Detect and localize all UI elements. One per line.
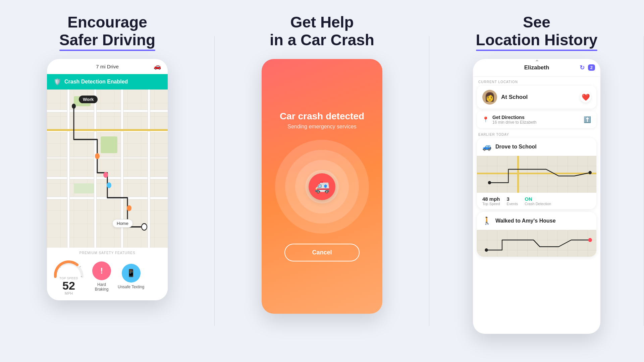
walked-to-amys-label: Walked to Amy's House — [495, 218, 556, 224]
panel3-title: See Location History — [476, 13, 598, 49]
crash-detection-bar: 🛡️ Crash Detection Enabled — [47, 74, 168, 89]
crash-subtitle: Sending emergency services — [280, 124, 364, 130]
hard-braking-label: HardBraking — [95, 282, 109, 292]
svg-point-15 — [589, 171, 592, 174]
earlier-today-label: EARLIER TODAY — [473, 131, 600, 138]
map-area: Work Home — [47, 89, 168, 248]
chevron-up-icon: ⌃ — [535, 59, 539, 65]
panel-location-history: See Location History ⌃ Elizabeth ↻ 2 CUR… — [429, 0, 644, 362]
svg-point-1 — [95, 153, 100, 159]
drove-to-school-card[interactable]: 🚙 Drove to School 48 mph Top Spee — [477, 138, 596, 209]
shield-icon: 🛡️ — [54, 78, 61, 85]
car-icon: 🚗 — [154, 63, 161, 70]
panel2-title: Get Help in a Car Crash — [270, 13, 374, 49]
crash-detected-title: Car crash detected — [280, 111, 364, 122]
svg-point-16 — [485, 248, 488, 252]
at-school-label: At School — [501, 94, 576, 101]
panel-safer-driving: Encourage Safer Driving 7 mi Drive 🚗 🛡️ … — [0, 0, 215, 362]
crash-text: Car crash detected Sending emergency ser… — [280, 111, 364, 130]
walk-activity-icon: 🚶 — [482, 217, 491, 225]
panel-car-crash: Get Help in a Car Crash Car crash detect… — [215, 0, 429, 362]
phone-mockup-3: ⌃ Elizabeth ↻ 2 CURRENT LOCATION 👩 At Sc… — [473, 59, 600, 334]
phone-mockup-2: Car crash detected Sending emergency ser… — [262, 59, 382, 314]
hard-braking-stat: ! HardBraking — [92, 261, 111, 292]
svg-point-0 — [72, 104, 76, 109]
speedometer-arc — [52, 258, 86, 278]
crash-detection-stat: ON — [525, 196, 551, 202]
events-stat: 3 — [507, 196, 518, 202]
phone-mockup-1: 7 mi Drive 🚗 🛡️ Crash Detection Enabled — [47, 59, 168, 300]
notification-badge[interactable]: 2 — [588, 64, 595, 71]
drive-label: 7 mi Drive — [96, 64, 119, 69]
get-directions-card[interactable]: 📍 Get Directions 16 min drive to Elizabe… — [477, 111, 596, 128]
svg-point-2 — [103, 172, 108, 178]
person-avatar: 👩 — [482, 90, 497, 105]
share-icon[interactable]: ⬆️ — [584, 116, 591, 123]
speed-value: 52 — [59, 280, 78, 291]
drive-stats: 48 mph Top Speed 3 Events ON Crash Detec… — [477, 193, 596, 209]
walk-map — [477, 230, 596, 257]
hard-braking-icon: ! — [92, 261, 111, 280]
cancel-button[interactable]: Cancel — [284, 244, 359, 261]
panel1-title: Encourage Safer Driving — [59, 13, 155, 49]
car-activity-icon: 🚙 — [482, 142, 491, 151]
refresh-icon[interactable]: ↻ — [580, 64, 585, 71]
at-school-card[interactable]: 👩 At School ❤️ — [477, 86, 596, 109]
ambulance-icon: 🚑 — [309, 173, 335, 200]
svg-point-5 — [142, 224, 147, 230]
premium-label: PREMIUM SAFETY FEATURES — [52, 251, 163, 255]
drive-header: 7 mi Drive 🚗 — [47, 59, 168, 74]
unsafe-texting-icon: 📱 — [122, 264, 141, 283]
radar-animation: 🚑 — [275, 140, 369, 234]
current-location-label: CURRENT LOCATION — [473, 77, 600, 86]
drove-to-school-label: Drove to School — [495, 144, 537, 150]
work-label: Work — [79, 96, 98, 103]
svg-point-14 — [488, 181, 491, 184]
svg-point-17 — [588, 238, 592, 242]
phone3-header: ⌃ Elizabeth ↻ 2 — [473, 59, 600, 77]
get-directions-label: Get Directions — [492, 115, 536, 120]
heart-icon[interactable]: ❤️ — [580, 92, 591, 103]
svg-point-4 — [127, 205, 131, 211]
location-pin-icon: 📍 — [482, 116, 489, 123]
unsafe-texting-stat: 📱 Unsafe Texting — [118, 264, 144, 289]
top-speed-stat: 48 mph — [482, 196, 500, 202]
svg-point-3 — [107, 182, 111, 188]
directions-sub: 16 min drive to Elizabeth — [492, 120, 536, 125]
walked-to-amys-card[interactable]: 🚶 Walked to Amy's House — [477, 212, 596, 257]
drive-map — [477, 156, 596, 193]
person-name: Elizabeth — [524, 64, 549, 71]
stats-area: PREMIUM SAFETY FEATURES — [47, 248, 168, 300]
home-label: Home — [112, 219, 133, 228]
unsafe-texting-label: Unsafe Texting — [118, 285, 144, 289]
